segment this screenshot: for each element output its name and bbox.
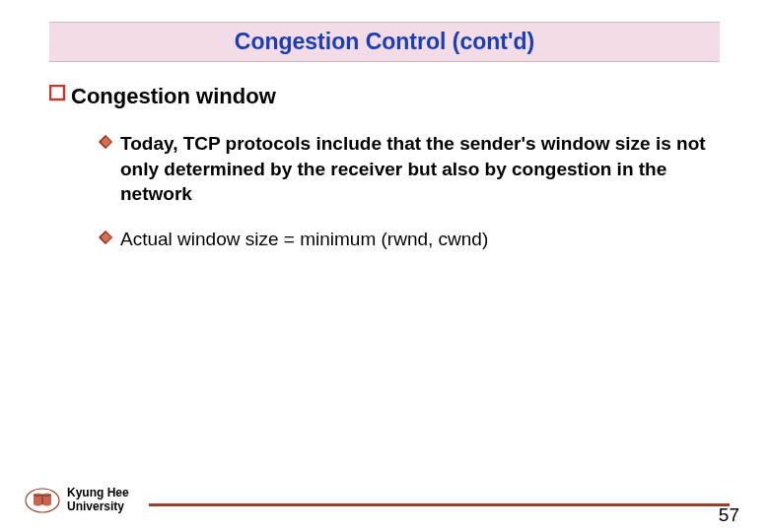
square-bullet-icon (49, 84, 67, 107)
section-heading-row: Congestion window (49, 84, 720, 109)
bullet-text: Today, TCP protocols include that the se… (120, 131, 720, 207)
section-heading: Congestion window (71, 84, 276, 109)
diamond-bullet-icon (99, 231, 112, 248)
svg-rect-0 (50, 86, 64, 100)
list-item: Today, TCP protocols include that the se… (99, 131, 720, 207)
university-logo: Kyung Hee University (24, 487, 129, 514)
slide-title: Congestion Control (cont'd) (235, 29, 534, 54)
slide-footer: Kyung Hee University (0, 487, 769, 514)
list-item: Actual window size = minimum (rwnd, cwnd… (99, 227, 720, 252)
page-number: 57 (719, 504, 739, 526)
bullet-text: Actual window size = minimum (rwnd, cwnd… (120, 227, 488, 252)
footer-divider (149, 503, 730, 506)
slide-content: Congestion window Today, TCP protocols i… (0, 62, 769, 252)
institution-name: Kyung Hee University (67, 487, 129, 514)
slide-title-bar: Congestion Control (cont'd) (49, 22, 720, 62)
institution-line-2: University (67, 500, 129, 514)
bullet-list: Today, TCP protocols include that the se… (99, 131, 720, 252)
diamond-bullet-icon (99, 135, 112, 153)
crest-icon (24, 487, 61, 514)
institution-line-1: Kyung Hee (67, 487, 129, 500)
